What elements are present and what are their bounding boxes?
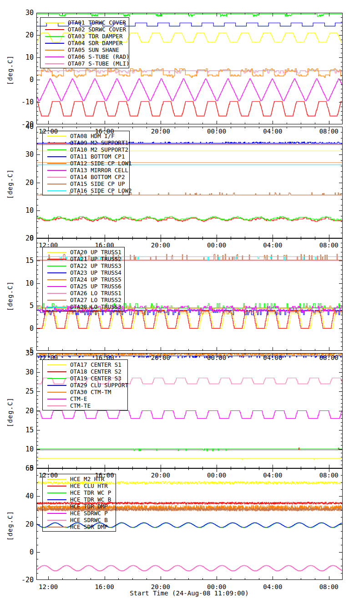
legend-item-label: OTA26 LO TRUSS1 xyxy=(70,290,121,297)
legend-item-label: HCE TDR DMP xyxy=(70,503,108,510)
legend-item-label: OTA02 SDRWC COVER xyxy=(68,26,126,33)
legend-item: OTA01 TDRWC COVER xyxy=(40,19,129,26)
legend-key-line xyxy=(47,259,66,260)
legend-item: OTA13 MIRROR CELL xyxy=(43,167,129,174)
legend-item-label: OTA05 SUN SHANE xyxy=(68,46,119,53)
legend-item-label: OTA23 UP TRUSS4 xyxy=(70,269,121,276)
panel-3-legend: OTA20 UP TRUSS1OTA21 UP TRUSS2OTA22 UP T… xyxy=(42,247,125,312)
legend-key-line xyxy=(47,392,66,393)
legend-item-label: HCE TDR WC B xyxy=(70,496,111,503)
legend-key-line xyxy=(47,177,66,178)
legend-item-label: OTA30 CTM-TM xyxy=(70,389,111,395)
legend-key-line xyxy=(47,252,66,253)
x-tick-label: 04:00 xyxy=(262,584,283,590)
y-tick-label: 20 xyxy=(14,521,34,528)
y-axis-title: [deg.C] xyxy=(6,395,14,427)
legend-item: HCE TDR WC P xyxy=(43,489,116,496)
legend-item-label: HCE SDR DMP xyxy=(70,523,108,530)
legend-item-label: OTA08 HDM I/F xyxy=(70,133,115,139)
y-tick-label: 20 xyxy=(14,407,34,415)
legend-item: HCE TDR DMP xyxy=(43,503,116,510)
panel-1-legend: OTA01 TDRWC COVEROTA02 SDRWC COVEROTA03 … xyxy=(40,17,129,68)
legend-key-line xyxy=(45,36,64,37)
legend-key-line xyxy=(47,385,66,386)
y-tick-label: 60 xyxy=(14,465,34,472)
legend-item: OTA27 LO TRUSS2 xyxy=(43,297,124,303)
legend-item: OTA12 SIDE CP LOW1 xyxy=(43,160,129,167)
legend-key-line xyxy=(47,371,66,372)
legend-key-line xyxy=(47,486,66,487)
y-tick-label: 0 xyxy=(14,325,34,332)
x-tick-label: 08:00 xyxy=(318,584,340,590)
temperature-multi-panel-chart: Start Time (24-Aug-08 11:09:00) -20-1001… xyxy=(0,0,364,615)
legend-key-line xyxy=(47,170,66,171)
legend-key-line xyxy=(47,527,66,528)
legend-key-line xyxy=(45,43,64,44)
series-ota07-s-tube-mli- xyxy=(36,71,342,73)
y-tick-label: 30 xyxy=(14,151,34,158)
legend-item: OTA09 M2 SUPPORT1 xyxy=(43,139,129,146)
legend-item-label: OTA27 LO TRUSS2 xyxy=(70,297,121,303)
series-ota03-tdr-damper xyxy=(36,14,342,16)
legend-key-line xyxy=(47,364,66,365)
legend-key-line xyxy=(47,163,66,164)
legend-item-label: OTA10 M2 SUPPORT2 xyxy=(70,146,128,153)
legend-item: HCE CLU HTR xyxy=(43,482,116,489)
legend-key-line xyxy=(47,405,66,406)
series-ota29-clu-support xyxy=(36,356,342,358)
legend-item-label: HCE TDR WC P xyxy=(70,489,111,496)
legend-key-line xyxy=(47,499,66,500)
legend-item-label: OTA14 BOTTOM CP2 xyxy=(70,174,125,180)
series-ota17-center-s1 xyxy=(36,458,342,460)
legend-item-label: OTA11 BOTTOM CP1 xyxy=(70,153,125,160)
legend-key-line xyxy=(45,56,64,57)
legend-item: OTA04 SDR DAMPER xyxy=(40,40,129,46)
legend-item: OTA11 BOTTOM CP1 xyxy=(43,153,129,160)
y-tick-label: 35 xyxy=(14,349,34,357)
panel-4-legend: OTA17 CENTER S1OTA18 CENTER S2OTA19 CENT… xyxy=(42,359,128,410)
legend-item-label: OTA06 S-TUBE (RAD) xyxy=(68,53,129,60)
legend-key-line xyxy=(45,22,64,23)
legend-key-line xyxy=(47,149,66,150)
y-tick-label: 20 xyxy=(14,235,34,242)
legend-item: OTA15 SIDE CP UP xyxy=(43,180,129,187)
legend-item: OTA22 UP TRUSS3 xyxy=(43,262,124,269)
legend-item-label: OTA19 CENTER S3 xyxy=(70,375,121,382)
legend-item: OTA26 LO TRUSS1 xyxy=(43,290,124,297)
y-tick-label: 0 xyxy=(14,548,34,556)
legend-item: OTA20 UP TRUSS1 xyxy=(43,249,124,256)
legend-item: HCE SDR DMP xyxy=(43,523,116,530)
legend-key-line xyxy=(45,29,64,30)
legend-item-label: OTA04 SDR DAMPER xyxy=(68,40,122,46)
legend-item: OTA02 SDRWC COVER xyxy=(40,26,129,33)
legend-key-line xyxy=(47,378,66,379)
legend-key-line xyxy=(47,513,66,514)
legend-key-line xyxy=(47,399,66,400)
x-tick-label: 12:00 xyxy=(37,584,59,590)
legend-item: HCE SDRWC B xyxy=(43,517,116,523)
legend-key-line xyxy=(47,506,66,507)
legend-item-label: OTA01 TDRWC COVER xyxy=(68,19,126,26)
y-axis-title: [deg.C] xyxy=(6,279,14,311)
y-tick-label: 30 xyxy=(14,9,34,16)
legend-key-line xyxy=(47,479,66,480)
legend-item-label: CTM-TE xyxy=(70,402,91,409)
legend-item: OTA18 CENTER S2 xyxy=(43,368,127,375)
y-axis-title: [deg.C] xyxy=(6,509,14,541)
legend-item: OTA19 CENTER S3 xyxy=(43,375,127,382)
legend-item: OTA14 BOTTOM CP2 xyxy=(43,174,129,180)
legend-item: OTA06 S-TUBE (RAD) xyxy=(40,53,129,60)
x-tick-label: 20:00 xyxy=(150,584,172,590)
legend-item-label: OTA29 CLU SUPPORT xyxy=(70,382,128,389)
y-tick-label: 5 xyxy=(14,302,34,309)
legend-item-label: HCE M2 HTR xyxy=(70,476,104,482)
legend-item-label: OTA07 S-TUBE (MLI) xyxy=(68,60,129,67)
legend-key-line xyxy=(47,190,66,191)
y-tick-label: 15 xyxy=(14,426,34,434)
legend-item-label: OTA18 CENTER S2 xyxy=(70,368,121,375)
legend-item: HCE M2 HTR xyxy=(43,476,116,482)
y-tick-label: 40 xyxy=(14,492,34,500)
legend-item-label: OTA03 TDR DAMPER xyxy=(68,33,122,40)
series-ctm-e xyxy=(36,411,342,419)
legend-item: OTA23 UP TRUSS4 xyxy=(43,269,124,276)
